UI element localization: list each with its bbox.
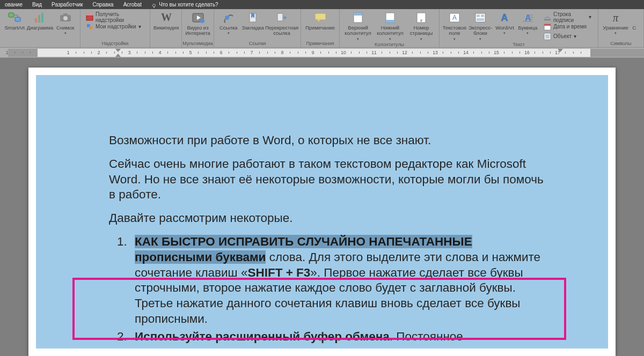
my-addins-button[interactable]: Мои надстройки ▾ <box>85 22 144 31</box>
hyperlink-button[interactable]: Ссылка▾ <box>216 10 241 37</box>
list-item[interactable]: Используйте расширенный буфер обмена. По… <box>130 329 552 345</box>
svg-rect-41 <box>544 24 551 26</box>
svg-point-17 <box>225 16 229 20</box>
paragraph[interactable]: Давайте рассмотрим некоторые. <box>109 211 552 226</box>
ruler-number: 5 <box>189 50 192 55</box>
paragraph[interactable]: Сейчас очень многие работают в таком тек… <box>109 157 552 203</box>
svg-text:W: W <box>161 12 172 23</box>
hanging-indent-marker[interactable] <box>115 54 121 57</box>
ribbon-group-media: Видео из Интернета Мультимедиа <box>182 9 214 47</box>
signature-icon <box>544 13 551 21</box>
ruler-number: 15 <box>494 50 499 55</box>
object-icon <box>544 33 551 40</box>
svg-rect-32 <box>477 18 484 21</box>
svg-rect-2 <box>9 13 14 17</box>
list-item[interactable]: КАК БЫСТРО ИСПРАВИТЬ СЛУЧАЙНО НАПЕЧАТАНН… <box>130 234 552 327</box>
ruler-number: 9 <box>312 50 314 55</box>
ruler-number: 16 <box>524 50 529 55</box>
ribbon-group-illustrations: SmartArt Диаграмма Снимок▾ <box>0 9 80 47</box>
equation-button[interactable]: π Уравнение▾ <box>601 10 631 37</box>
svg-rect-24 <box>386 20 394 23</box>
crossref-button[interactable]: Перекрестная ссылка <box>265 10 298 37</box>
group-label-hf: Колонтитулы <box>340 41 439 48</box>
wordart-button[interactable]: A WordArt▾ <box>493 10 516 37</box>
svg-rect-6 <box>41 13 43 23</box>
comment-button[interactable]: Примечание <box>303 10 337 37</box>
svg-rect-4 <box>35 18 37 23</box>
group-label-symbols: Символы <box>598 40 643 47</box>
paragraph[interactable]: Возможности при работе в Word, о которых… <box>109 133 552 149</box>
comment-icon <box>313 11 328 24</box>
header-button[interactable]: Верхний колонтитул▾ <box>342 10 374 41</box>
dropcap-button[interactable]: A Буквица▾ <box>516 10 539 37</box>
svg-point-16 <box>200 19 204 23</box>
signature-line-button[interactable]: Строка подписи▾ <box>543 12 592 21</box>
ribbon-group-text: A Текстовое поле▾ Экспресс-блоки▾ A Word… <box>440 9 598 47</box>
tell-me-search[interactable]: Что вы хотите сделать? <box>147 0 223 9</box>
lightbulb-icon <box>151 2 157 8</box>
ruler-number: 12 <box>402 50 407 55</box>
ribbon: SmartArt Диаграмма Снимок▾ <box>0 9 644 48</box>
page: Возможности при работе в Word, о которых… <box>28 68 616 356</box>
ruler-number: 2 <box>98 50 100 55</box>
object-button[interactable]: Объект▾ <box>543 32 592 41</box>
ruler-number: 8 <box>281 50 284 55</box>
quickparts-button[interactable]: Экспресс-блоки▾ <box>467 10 493 41</box>
pagenumber-icon: # <box>414 11 429 24</box>
svg-rect-30 <box>477 14 480 17</box>
menu-bar: ование Вид Разработчик Справка Acrobat Ч… <box>0 0 644 9</box>
svg-text:#: # <box>420 19 422 23</box>
right-indent-marker[interactable] <box>558 49 563 52</box>
group-label-links: Ссылки <box>214 40 301 47</box>
svg-point-0 <box>153 4 156 6</box>
symbol-button-cut[interactable]: С <box>631 10 638 37</box>
horizontal-ruler[interactable]: 3211234567891011121314151617 <box>8 49 644 57</box>
page-content-area[interactable]: Возможности при работе в Word, о которых… <box>36 75 608 348</box>
bookmark-icon <box>245 11 260 24</box>
textbox-button[interactable]: A Текстовое поле▾ <box>442 10 467 41</box>
menu-tab-developer[interactable]: Разработчик <box>47 0 87 9</box>
svg-rect-3 <box>15 17 20 21</box>
addin-icon <box>86 23 93 31</box>
first-line-indent-marker[interactable] <box>115 49 121 52</box>
svg-rect-10 <box>86 16 93 20</box>
bookmark-button[interactable]: Закладка <box>241 10 266 37</box>
ruler-number: 13 <box>433 50 437 55</box>
ruler-number: 10 <box>341 50 346 55</box>
svg-rect-1 <box>153 6 155 8</box>
menu-tab-acrobat[interactable]: Acrobat <box>119 0 147 9</box>
svg-rect-12 <box>89 26 92 29</box>
menu-tab-cut[interactable]: ование <box>0 0 27 9</box>
svg-rect-9 <box>63 13 68 16</box>
ribbon-group-comments: Примечание Примечания <box>301 9 340 47</box>
date-time-button[interactable]: Дата и время <box>543 22 592 31</box>
crossref-icon <box>274 11 289 24</box>
wikipedia-button[interactable]: W Википедия <box>152 10 180 37</box>
group-label-media: Мультимедиа <box>182 40 214 47</box>
group-label-text: Текст <box>440 41 598 48</box>
ruler-number: 11 <box>371 50 376 55</box>
smartart-button[interactable]: SmartArt <box>2 10 27 37</box>
chart-button[interactable]: Диаграмма <box>27 10 53 37</box>
footer-button[interactable]: Нижний колонтитул▾ <box>374 10 406 41</box>
screenshot-button[interactable]: Снимок▾ <box>53 10 78 37</box>
textbox-icon: A <box>447 11 462 24</box>
ribbon-group-addins: Получить надстройки Мои надстройки ▾ Над… <box>80 9 150 47</box>
ruler-number: 14 <box>463 50 468 55</box>
ruler-number: 6 <box>220 50 223 55</box>
omega-icon <box>627 11 642 24</box>
ruler-number: 1 <box>67 50 70 55</box>
chart-icon <box>33 11 48 24</box>
calendar-icon <box>544 23 551 31</box>
pagenumber-button[interactable]: # Номер страницы▾ <box>406 10 436 41</box>
dropcap-icon: A <box>520 11 535 24</box>
get-addins-button[interactable]: Получить надстройки <box>85 12 144 21</box>
ruler-number: 1 <box>6 50 9 55</box>
online-video-button[interactable]: Видео из Интернета <box>184 10 211 37</box>
menu-tab-view[interactable]: Вид <box>27 0 47 9</box>
keyboard-shortcut: SHIFT + F3 <box>247 266 310 279</box>
ruler-area: 3211234567891011121314151617 <box>0 48 644 58</box>
menu-tab-help[interactable]: Справка <box>87 0 118 9</box>
ribbon-group-links: Ссылка▾ Закладка Перекрестная ссылка Ссы… <box>214 9 301 47</box>
smartart-icon <box>7 11 22 24</box>
